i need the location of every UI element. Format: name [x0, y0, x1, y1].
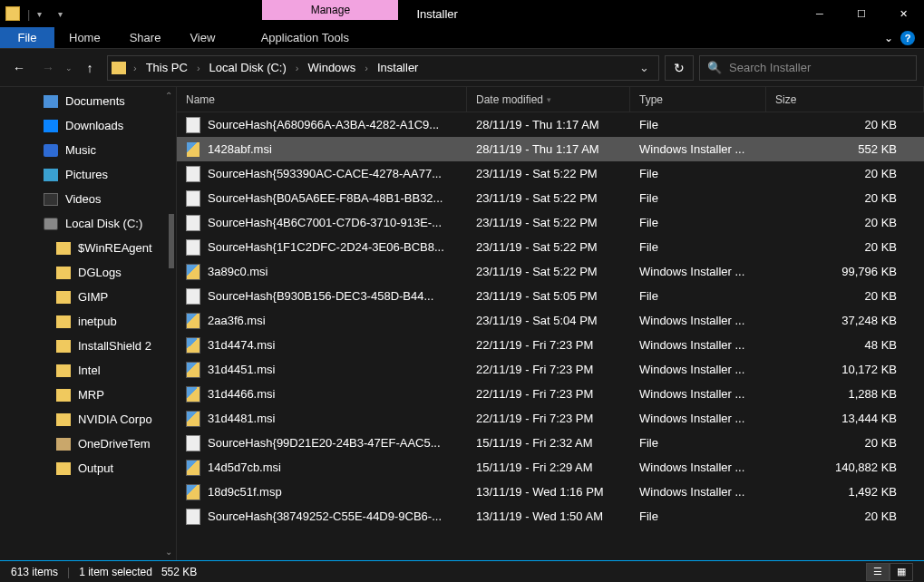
folder-icon — [56, 364, 71, 377]
file-row[interactable]: SourceHash{B0A5A6EE-F8BA-48B1-BB32...23/… — [177, 186, 924, 210]
sidebar-item[interactable]: Music — [0, 138, 176, 162]
qat-overflow-icon[interactable]: ▾ — [58, 9, 63, 19]
close-button[interactable]: ✕ — [882, 0, 924, 27]
file-icon — [186, 190, 200, 207]
sidebar-item[interactable]: DGLogs — [0, 260, 176, 285]
sidebar-item[interactable]: Downloads — [0, 113, 176, 138]
nav-up-button[interactable]: ↑ — [78, 56, 102, 80]
address-bar[interactable]: › This PC › Local Disk (C:) › Windows › … — [107, 55, 659, 81]
search-box[interactable]: 🔍 — [699, 55, 917, 81]
file-name: 31d4451.msi — [208, 363, 275, 376]
sidebar-item[interactable]: Local Disk (C:) — [0, 211, 176, 236]
file-size: 13,444 KB — [766, 412, 924, 425]
file-size: 99,796 KB — [766, 265, 924, 278]
column-header-date[interactable]: Date modified▾ — [467, 87, 630, 112]
file-size: 20 KB — [766, 216, 924, 229]
nav-history-dropdown-icon[interactable]: ⌄ — [65, 63, 73, 73]
sidebar-item[interactable]: Documents — [0, 89, 176, 113]
sidebar-item[interactable]: InstallShield 2 — [0, 334, 176, 358]
view-thumbnails-button[interactable]: ▦ — [890, 563, 913, 581]
file-row[interactable]: 1428abf.msi28/11/19 - Thu 1:17 AMWindows… — [177, 137, 924, 161]
sidebar-item-label: OneDriveTem — [78, 437, 150, 451]
sidebar-item[interactable]: Output — [0, 456, 176, 480]
file-row[interactable]: 14d5d7cb.msi15/11/19 - Fri 2:29 AMWindow… — [177, 455, 924, 480]
file-date: 13/11/19 - Wed 1:16 PM — [467, 485, 630, 499]
maximize-button[interactable]: ☐ — [841, 0, 882, 27]
ribbon-expand-icon[interactable]: ⌄ — [884, 32, 893, 44]
tab-file[interactable]: File — [0, 27, 54, 48]
breadcrumb-segment[interactable]: This PC — [141, 61, 193, 74]
sidebar-item[interactable]: MRP — [0, 383, 176, 407]
nav-back-button[interactable]: ← — [7, 56, 31, 80]
file-size: 552 KB — [766, 142, 924, 156]
address-dropdown-icon[interactable]: ⌄ — [634, 61, 655, 74]
sidebar-item[interactable]: Videos — [0, 187, 176, 211]
sidebar-item[interactable]: OneDriveTem — [0, 432, 176, 456]
file-row[interactable]: 31d4451.msi22/11/19 - Fri 7:23 PMWindows… — [177, 357, 924, 382]
file-name: 14d5d7cb.msi — [208, 461, 281, 474]
file-row[interactable]: SourceHash{1F1C2DFC-2D24-3E06-BCB8...23/… — [177, 235, 924, 259]
file-icon — [186, 166, 200, 182]
file-row[interactable]: 31d4481.msi22/11/19 - Fri 7:23 PMWindows… — [177, 406, 924, 431]
column-header-size[interactable]: Size — [766, 87, 924, 112]
tab-application-tools[interactable]: Application Tools — [237, 27, 373, 48]
sidebar-item[interactable]: Pictures — [0, 162, 176, 187]
file-row[interactable]: 2aa3f6.msi23/11/19 - Sat 5:04 PMWindows … — [177, 308, 924, 333]
tab-home[interactable]: Home — [54, 27, 115, 48]
tab-share[interactable]: Share — [115, 27, 176, 48]
qat-separator: | — [27, 7, 30, 21]
pic-icon — [44, 169, 58, 181]
file-row[interactable]: SourceHash{4B6C7001-C7D6-3710-913E-...23… — [177, 210, 924, 235]
column-header-type[interactable]: Type — [630, 87, 766, 112]
file-icon — [186, 239, 200, 256]
chevron-right-icon[interactable]: › — [294, 63, 301, 73]
nav-forward-button[interactable]: → — [36, 56, 60, 80]
file-type: File — [630, 167, 766, 180]
refresh-button[interactable]: ↻ — [665, 55, 694, 81]
chevron-right-icon[interactable]: › — [195, 63, 202, 73]
sidebar-item[interactable]: GIMP — [0, 285, 176, 309]
sidebar-item[interactable]: Intel — [0, 358, 176, 383]
view-details-button[interactable]: ☰ — [866, 563, 890, 581]
file-type: Windows Installer ... — [630, 265, 766, 278]
msi-file-icon — [186, 386, 200, 403]
tab-view[interactable]: View — [175, 27, 229, 48]
nav-pane[interactable]: ⌃ DocumentsDownloadsMusicPicturesVideosL… — [0, 87, 177, 560]
sidebar-item[interactable]: inetpub — [0, 309, 176, 334]
search-input[interactable] — [729, 61, 909, 74]
msi-file-icon — [186, 411, 200, 427]
file-row[interactable]: SourceHash{99D21E20-24B3-47EF-AAC5...15/… — [177, 431, 924, 455]
minimize-button[interactable]: ─ — [799, 0, 841, 27]
scroll-up-icon[interactable]: ⌃ — [165, 91, 172, 101]
file-row[interactable]: 31d4474.msi22/11/19 - Fri 7:23 PMWindows… — [177, 333, 924, 357]
qat-dropdown-icon[interactable]: ▾ — [37, 9, 42, 19]
file-type: Windows Installer ... — [630, 363, 766, 376]
file-name: 3a89c0.msi — [208, 265, 267, 278]
file-row[interactable]: SourceHash{B930B156-DEC3-458D-B44...23/1… — [177, 284, 924, 308]
sidebar-item[interactable]: $WinREAgent — [0, 236, 176, 260]
file-row[interactable]: SourceHash{A680966A-A3BA-4282-A1C9...28/… — [177, 112, 924, 137]
file-date: 23/11/19 - Sat 5:05 PM — [467, 289, 630, 303]
sidebar-item-label: NVIDIA Corpo — [78, 412, 152, 426]
file-row[interactable]: 31d4466.msi22/11/19 - Fri 7:23 PMWindows… — [177, 382, 924, 406]
breadcrumb-segment[interactable]: Local Disk (C:) — [204, 61, 292, 74]
file-row[interactable]: SourceHash{593390AC-CACE-4278-AA77...23/… — [177, 161, 924, 186]
doc-icon — [44, 95, 58, 108]
chevron-right-icon[interactable]: › — [131, 63, 139, 73]
file-row[interactable]: 3a89c0.msi23/11/19 - Sat 5:22 PMWindows … — [177, 259, 924, 284]
sidebar-scrollbar[interactable] — [169, 214, 174, 268]
sidebar-item-label: $WinREAgent — [78, 241, 152, 255]
chevron-right-icon[interactable]: › — [363, 63, 370, 73]
file-row[interactable]: SourceHash{38749252-C55E-44D9-9CB6-...13… — [177, 504, 924, 529]
breadcrumb-segment[interactable]: Installer — [372, 61, 424, 74]
sidebar-item[interactable]: NVIDIA Corpo — [0, 407, 176, 432]
help-icon[interactable]: ? — [900, 31, 915, 45]
scroll-down-icon[interactable]: ⌄ — [165, 547, 172, 557]
column-header-name[interactable]: Name — [177, 87, 467, 112]
folder-icon — [56, 315, 71, 328]
file-type: File — [630, 436, 766, 450]
breadcrumb-segment[interactable]: Windows — [303, 61, 362, 74]
file-row[interactable]: 18d9c51f.msp13/11/19 - Wed 1:16 PMWindow… — [177, 480, 924, 504]
file-type: File — [630, 216, 766, 229]
folder-icon — [56, 340, 71, 353]
